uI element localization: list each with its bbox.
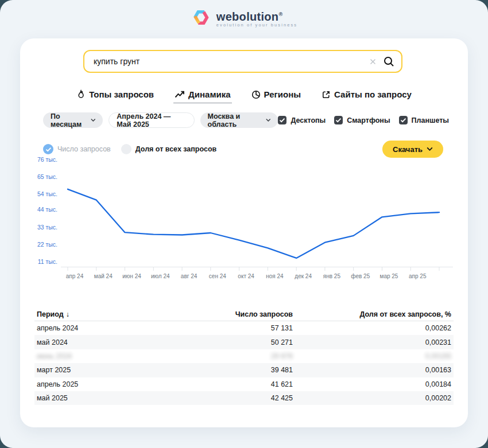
y-axis-tick-label: 44 тыс. [37, 206, 57, 213]
x-axis-tick-label: апр 24 [66, 273, 84, 279]
tab-label: Динамика [188, 89, 230, 99]
y-axis-tick-label: 11 тыс. [38, 258, 57, 265]
table-row: июнь 202429 6760,00155 [34, 349, 454, 363]
x-axis-tick-label: ноя 24 [266, 273, 284, 279]
cell-period: май 2025 [34, 394, 172, 402]
cell-share: 0,00163 [293, 366, 454, 374]
x-axis-tick-label: дек 24 [295, 273, 312, 279]
cell-period: июнь 2024 [34, 352, 172, 360]
device-checkbox[interactable]: Десктопы [278, 116, 326, 124]
table-row: апрель 202457 1310,00262 [34, 321, 454, 335]
queries-line-chart: 76 тыс.65 тыс.54 тыс.44 тыс.33 тыс.22 ты… [34, 152, 459, 289]
registered-mark: ® [278, 11, 282, 17]
cell-share: 0,00184 [293, 380, 454, 388]
x-axis-tick-label: июл 24 [151, 273, 170, 279]
trend-icon [175, 90, 185, 99]
table-header: Период ↓ Число запросов Доля от всех зап… [34, 308, 454, 321]
region-dropdown[interactable]: Москва и область [200, 112, 278, 128]
x-axis-tick-label: авг 24 [181, 273, 197, 279]
main-card: Топы запросовДинамикаРегионыСайты по зап… [20, 38, 468, 427]
tab-label: Сайты по запросу [334, 89, 412, 99]
x-axis-tick-label: окт 24 [238, 273, 254, 279]
chevron-down-icon [266, 118, 271, 122]
checkbox-checked-icon [399, 116, 408, 124]
cell-queries: 41 621 [172, 380, 293, 388]
y-axis-tick-label: 22 тыс. [37, 241, 57, 248]
date-range-pill[interactable]: Апрель 2024 — Май 2025 [109, 112, 194, 128]
tab-label: Регионы [264, 89, 301, 99]
sort-desc-icon[interactable]: ↓ [66, 310, 69, 318]
cell-period: апрель 2025 [34, 380, 172, 388]
brand-tagline: evolution of your business [216, 22, 297, 28]
y-axis-tick-label: 65 тыс. [37, 173, 57, 180]
clear-icon[interactable] [365, 53, 381, 69]
cell-queries: 29 676 [172, 352, 293, 360]
table-row: март 202539 4810,00163 [34, 363, 454, 377]
checkbox-checked-icon [278, 116, 286, 124]
table-row: апрель 202541 6210,00184 [34, 377, 454, 391]
cell-queries: 39 481 [172, 366, 293, 374]
x-axis-tick-label: май 24 [94, 273, 113, 279]
column-share: Доля от всех запросов, % [293, 310, 454, 318]
device-checkboxes: ДесктопыСмартфоныПланшеты [278, 116, 449, 124]
search-icon[interactable] [381, 53, 397, 69]
device-checkbox[interactable]: Планшеты [399, 116, 449, 124]
tab-tops[interactable]: Топы запросов [75, 88, 155, 103]
x-axis-tick-label: сен 24 [209, 273, 226, 279]
column-period[interactable]: Период ↓ [34, 310, 172, 318]
cell-share: 0,00231 [293, 338, 454, 346]
cell-share: 0,00202 [293, 394, 454, 402]
results-table: Период ↓ Число запросов Доля от всех зап… [34, 308, 454, 405]
x-axis-tick-label: мар 25 [380, 273, 398, 279]
cell-queries: 50 271 [172, 338, 293, 346]
tab-sites[interactable]: Сайты по запросу [320, 88, 413, 103]
cell-share: 0,00155 [293, 352, 454, 360]
table-body: апрель 202457 1310,00262май 202450 2710,… [34, 321, 454, 405]
tab-label: Топы запросов [89, 89, 154, 99]
y-axis-tick-label: 76 тыс. [37, 156, 57, 163]
x-axis-tick-label: янв 25 [323, 273, 341, 279]
cell-period: май 2024 [34, 338, 172, 346]
filter-bar: По месяцам Апрель 2024 — Май 2025 Москва… [43, 112, 449, 128]
screen: webolution® evolution of your business Т… [0, 0, 488, 448]
device-label: Десктопы [291, 116, 326, 124]
tab-bar: Топы запросовДинамикаРегионыСайты по зап… [20, 88, 468, 103]
x-axis-tick-label: апр 25 [409, 273, 427, 279]
device-label: Смартфоны [347, 116, 390, 124]
search-input[interactable] [84, 57, 365, 66]
cell-share: 0,00262 [293, 324, 454, 332]
cell-period: март 2025 [34, 366, 172, 374]
queries-series-line [68, 189, 439, 258]
device-checkbox[interactable]: Смартфоны [334, 116, 390, 124]
cell-queries: 42 425 [172, 394, 293, 402]
table-row: май 202450 2710,00231 [34, 335, 454, 349]
cell-queries: 57 131 [172, 324, 293, 332]
y-axis-tick-label: 54 тыс. [37, 190, 57, 197]
checkbox-checked-icon [334, 116, 343, 124]
tab-regions[interactable]: Регионы [250, 88, 302, 103]
search-bar [83, 50, 402, 73]
page-background: webolution® evolution of your business Т… [0, 0, 488, 448]
table-row: май 202542 4250,00202 [34, 391, 454, 405]
device-label: Планшеты [412, 116, 449, 124]
y-axis-tick-label: 33 тыс. [37, 224, 57, 231]
chevron-down-icon [427, 147, 433, 151]
external-link-icon [322, 90, 331, 99]
tab-dynamics[interactable]: Динамика [173, 88, 231, 103]
cell-period: апрель 2024 [34, 324, 172, 332]
flame-icon [76, 89, 86, 99]
brand-name: webolution® [216, 9, 297, 22]
chevron-down-icon [91, 118, 96, 122]
x-axis-tick-label: июн 24 [122, 273, 141, 279]
globe-icon [251, 90, 261, 99]
x-axis-tick-label: фев 25 [351, 273, 370, 279]
grouping-dropdown[interactable]: По месяцам [43, 112, 103, 128]
webolution-logo-icon [191, 7, 211, 29]
column-queries: Число запросов [172, 310, 293, 318]
brand-logo: webolution® evolution of your business [0, 7, 488, 29]
